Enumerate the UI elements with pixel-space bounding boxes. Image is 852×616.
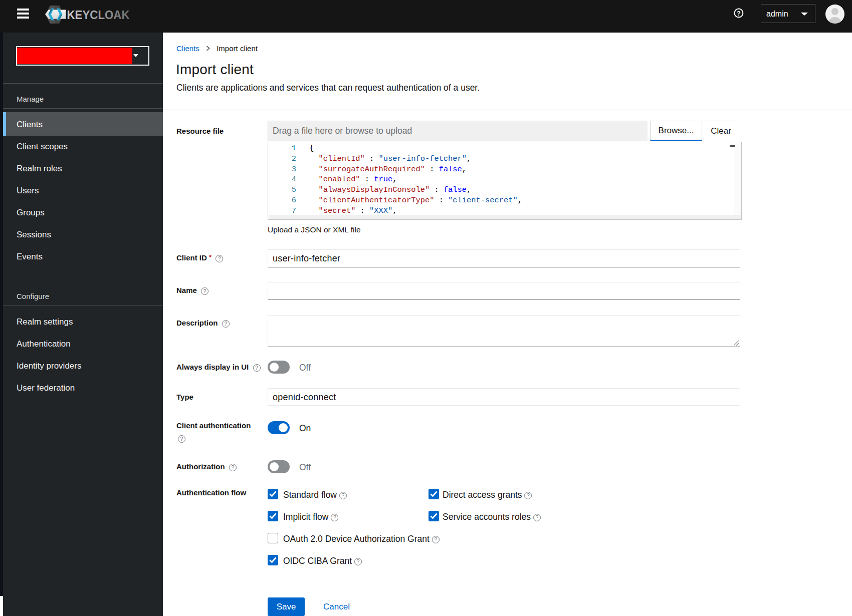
svg-text:KEYCLOAK: KEYCLOAK [67,8,130,22]
svg-text:?: ? [737,10,740,17]
